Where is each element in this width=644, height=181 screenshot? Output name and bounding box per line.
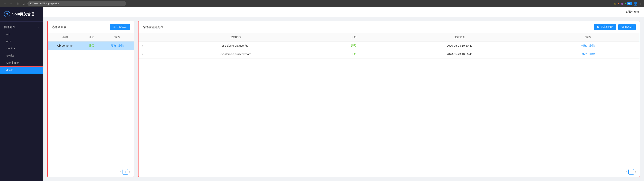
- rule-name-2: /sb-demo-api/user/create: [146, 50, 325, 59]
- add-rule-button[interactable]: 添加规则: [618, 24, 636, 30]
- forward-button[interactable]: →: [9, 2, 14, 6]
- star-icon[interactable]: ☆: [614, 2, 616, 6]
- sidebar-item-divide[interactable]: divide: [0, 66, 44, 74]
- app-header: G退出登录: [44, 7, 644, 17]
- rule-expand-2[interactable]: +: [138, 50, 146, 59]
- browser-toolbar: ☆ ● ◆ ● on 👤 ⋮: [614, 2, 642, 6]
- col-expand: [138, 33, 146, 42]
- rule-updated-2: 2020-05-23 10:50:40: [382, 50, 537, 59]
- selector-page-1[interactable]: 1: [122, 169, 128, 175]
- selector-table: 名称 开启 操作 /sb-demo-api 开启: [48, 33, 134, 50]
- sidebar-item-sign[interactable]: sign: [0, 38, 44, 45]
- sidebar-section-header-plugins[interactable]: 插件列表 ∧: [0, 24, 44, 31]
- sidebar-item-waf[interactable]: waf: [0, 31, 44, 38]
- selector-edit-button[interactable]: 修改: [111, 44, 116, 47]
- col-name: 名称: [48, 33, 82, 42]
- browser-chrome: ← → ↻ ⌂ 127.0.0.1:9095/#/plug/divide ☆ ●…: [0, 0, 644, 7]
- back-button[interactable]: ←: [2, 2, 7, 6]
- table-row: /sb-demo-api 开启 修改 删除: [48, 42, 134, 50]
- rule-table-header-row: 规则名称 开启 更新时间 操作: [138, 33, 640, 42]
- sidebar: S Soul网关管理 插件列表 ∧ waf sign monitor rewri…: [0, 7, 44, 181]
- selector-pagination: < 1 >: [48, 167, 134, 177]
- rule-actions-2: 修改 删除: [537, 50, 640, 59]
- rule-status-2: 开启: [325, 50, 382, 59]
- sidebar-logo: S Soul网关管理: [0, 7, 44, 22]
- menu-icon[interactable]: ⋮: [639, 2, 642, 5]
- rule-pagination: < 1 >: [138, 167, 640, 177]
- rule-actions-1: 修改 删除: [537, 42, 640, 50]
- sync-divide-button[interactable]: ↻ 同步divide: [594, 24, 616, 30]
- sync-icon: ↻: [597, 26, 599, 29]
- avatar-icon: 👤: [633, 2, 638, 6]
- selector-panel: 选择器列表 添加选择器 名称 开启 操作: [47, 21, 134, 177]
- refresh-button[interactable]: ↻: [16, 2, 20, 6]
- col-status: 开启: [82, 33, 101, 42]
- rule-page-1[interactable]: 1: [628, 169, 634, 175]
- col-actions: 操作: [101, 33, 134, 42]
- rule-table: 规则名称 开启 更新时间 操作 + /sb-demo-a: [138, 33, 640, 59]
- table-row: + /sb-demo-api/user/create 开启 2020-05-23…: [138, 50, 640, 59]
- app-title: Soul网关管理: [12, 12, 34, 17]
- content-area: 选择器列表 添加选择器 名称 开启 操作: [44, 17, 644, 181]
- rule-panel: 选择器规则列表 ↻ 同步divide 添加规则: [138, 21, 640, 177]
- rule-delete-button-2[interactable]: 删除: [589, 52, 595, 56]
- rule-expand-1[interactable]: +: [138, 42, 146, 50]
- rule-table-wrapper: 规则名称 开启 更新时间 操作 + /sb-demo-a: [138, 33, 640, 167]
- circle-icon-2: ◆: [621, 2, 623, 6]
- sidebar-item-rate-limiter[interactable]: rate_limiter: [0, 59, 44, 66]
- selector-next-page[interactable]: >: [129, 170, 130, 173]
- circle-icon-1: ●: [618, 2, 620, 5]
- on-badge: on: [628, 2, 632, 5]
- rule-updated-1: 2020-05-23 10:50:40: [382, 42, 537, 50]
- rule-delete-button-1[interactable]: 删除: [589, 44, 595, 47]
- rule-panel-title: 选择器规则列表: [142, 25, 163, 29]
- home-button[interactable]: ⌂: [22, 2, 26, 6]
- rule-prev-page[interactable]: <: [626, 170, 627, 173]
- rule-status-1: 开启: [325, 42, 382, 50]
- col-rule-actions: 操作: [537, 33, 640, 42]
- app-container: S Soul网关管理 插件列表 ∧ waf sign monitor rewri…: [0, 7, 644, 181]
- col-rule-updated: 更新时间: [382, 33, 537, 42]
- selector-prev-page[interactable]: <: [120, 170, 121, 173]
- rule-edit-button-2[interactable]: 修改: [582, 52, 587, 56]
- sidebar-item-rewrite[interactable]: rewrite: [0, 52, 44, 59]
- selector-actions: 修改 删除: [101, 42, 134, 50]
- selector-panel-title: 选择器列表: [52, 25, 66, 29]
- add-selector-button[interactable]: 添加选择器: [110, 24, 130, 30]
- col-rule-name: 规则名称: [146, 33, 325, 42]
- selector-panel-header: 选择器列表 添加选择器: [48, 21, 134, 33]
- circle-icon-3: ●: [624, 2, 626, 5]
- table-row: + /sb-demo-api/user/get 开启 2020-05-23 10…: [138, 42, 640, 50]
- col-rule-status: 开启: [325, 33, 382, 42]
- url-bar[interactable]: 127.0.0.1:9095/#/plug/divide: [28, 1, 126, 6]
- sidebar-item-monitor[interactable]: monitor: [0, 45, 44, 52]
- sidebar-section-label: 插件列表: [4, 26, 15, 29]
- selector-name: /sb-demo-api: [48, 42, 82, 50]
- rule-panel-actions: ↻ 同步divide 添加规则: [594, 24, 636, 30]
- rule-panel-header: 选择器规则列表 ↻ 同步divide 添加规则: [138, 21, 640, 33]
- selector-status: 开启: [82, 42, 101, 50]
- rule-name-1: /sb-demo-api/user/get: [146, 42, 325, 50]
- logo-icon: S: [4, 11, 10, 17]
- selector-table-wrapper: 名称 开启 操作 /sb-demo-api 开启: [48, 33, 134, 167]
- selector-delete-button[interactable]: 删除: [118, 44, 124, 47]
- chevron-up-icon: ∧: [38, 26, 40, 29]
- logout-button[interactable]: G退出登录: [626, 10, 639, 14]
- sidebar-section-plugins: 插件列表 ∧ waf sign monitor rewrite rate_lim…: [0, 22, 44, 76]
- rule-edit-button-1[interactable]: 修改: [582, 44, 587, 47]
- rule-next-page[interactable]: >: [635, 170, 636, 173]
- selector-table-header-row: 名称 开启 操作: [48, 33, 134, 42]
- main-content: G退出登录 选择器列表 添加选择器 名称 开启 操作: [44, 7, 644, 181]
